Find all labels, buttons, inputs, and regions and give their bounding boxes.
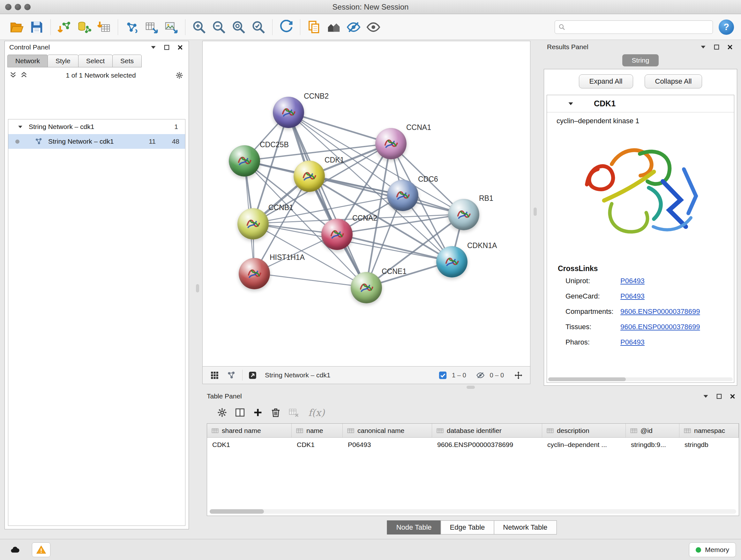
vertical-splitter-handle[interactable] [534, 207, 537, 216]
table-row[interactable]: CDK1CDK1P064939606.ENSP00000378699cyclin… [207, 438, 739, 452]
panel-menu-icon[interactable] [149, 43, 157, 51]
network-node-hist1h1a[interactable] [239, 258, 270, 289]
expand-all-tree-icon[interactable] [21, 71, 28, 79]
search-input[interactable] [568, 21, 710, 33]
results-horizontal-scrollbar[interactable] [548, 377, 733, 381]
network-node-cdc25b[interactable] [229, 145, 260, 177]
hidden-eye-slash-icon[interactable] [475, 369, 487, 381]
panel-menu-icon[interactable] [699, 43, 707, 51]
network-share-icon[interactable] [225, 369, 237, 381]
new-network-button[interactable] [122, 17, 142, 37]
network-canvas[interactable]: CCNB2CCNA1CDC25BCDK1CDC6RB1CCNB1CCNA2CDK… [202, 41, 530, 367]
tab-style[interactable]: Style [48, 55, 78, 67]
export-image-button[interactable] [161, 17, 181, 37]
control-panel-tabs: NetworkStyleSelectSets [5, 53, 189, 67]
delete-table-icon[interactable] [285, 405, 302, 421]
section-collapse-icon[interactable] [568, 102, 574, 106]
network-node-rb1[interactable] [448, 199, 479, 230]
column-header-canonical-name[interactable]: canonical name [343, 424, 432, 437]
show-columns-icon[interactable] [231, 405, 249, 421]
zoom-selected-button[interactable] [249, 17, 268, 37]
table-panel: Table Panel f(x) shared namenamecanonica… [202, 390, 741, 537]
table-horizontal-scrollbar[interactable] [210, 509, 736, 514]
panel-menu-icon[interactable] [701, 392, 710, 400]
tab-network[interactable]: Network [7, 55, 48, 67]
memory-button[interactable]: Memory [689, 543, 736, 557]
network-node-cdc6[interactable] [387, 180, 418, 211]
tab-sets[interactable]: Sets [112, 55, 142, 67]
float-panel-icon[interactable] [715, 392, 723, 400]
network-node-cdkn1a[interactable] [436, 246, 468, 277]
function-builder-button[interactable]: f(x) [308, 407, 325, 418]
network-collection-row[interactable]: String Network – cdk1 1 [8, 119, 185, 134]
network-node-ccna1[interactable] [375, 128, 407, 159]
vertical-splitter-handle[interactable] [196, 284, 199, 293]
cybrowser-button[interactable] [324, 17, 344, 37]
column-header-namespac[interactable]: namespac [679, 424, 739, 437]
network-node-ccne1[interactable] [351, 272, 382, 303]
zoom-in-button[interactable] [189, 17, 209, 37]
network-node-ccnb2[interactable] [273, 97, 304, 128]
float-panel-icon[interactable] [712, 43, 721, 51]
fit-content-crosshair-icon[interactable] [512, 369, 524, 381]
add-column-plus-icon[interactable] [249, 405, 267, 421]
warnings-button[interactable] [32, 543, 51, 557]
horizontal-splitter-handle[interactable] [467, 386, 475, 389]
float-panel-icon[interactable] [162, 43, 171, 51]
network-node-cdk1[interactable] [293, 161, 325, 192]
tab-select[interactable]: Select [78, 55, 113, 67]
selected-checkbox-icon[interactable] [436, 369, 449, 381]
crosslink-link[interactable]: P06493 [620, 292, 645, 300]
close-panel-icon[interactable] [728, 392, 737, 400]
crosslink-link[interactable]: P06493 [620, 277, 645, 285]
birds-eye-view-icon[interactable] [208, 369, 220, 381]
expand-all-button[interactable]: Expand All [579, 74, 633, 88]
import-table-button[interactable] [94, 17, 114, 37]
column-header-database-identifier[interactable]: database identifier [432, 424, 542, 437]
hide-panels-button[interactable] [344, 17, 363, 37]
column-label: @id [641, 427, 653, 435]
gene-name: CDK1 [594, 99, 616, 108]
open-in-new-window-icon[interactable] [246, 369, 259, 381]
tab-node-table[interactable]: Node Table [387, 520, 441, 535]
collapse-all-button[interactable]: Collapse All [645, 74, 702, 88]
cloud-status-button[interactable] [6, 543, 24, 557]
open-session-button[interactable] [7, 17, 27, 37]
network-node-ccna2[interactable] [321, 219, 353, 250]
show-panels-button[interactable] [363, 17, 383, 37]
apply-layout-button[interactable] [276, 17, 296, 37]
tab-edge-table[interactable]: Edge Table [441, 520, 494, 535]
collapse-all-tree-icon[interactable] [10, 71, 17, 79]
scrollbar-thumb[interactable] [548, 377, 626, 381]
close-panel-icon[interactable] [176, 43, 184, 51]
crosslink-link[interactable]: 9606.ENSP00000378699 [620, 307, 700, 316]
table-tabs: Node TableEdge TableNetwork Table [387, 520, 556, 535]
import-network-file-button[interactable] [55, 17, 74, 37]
protein-section-header[interactable]: CDK1 [547, 95, 734, 112]
tab-string[interactable]: String [622, 54, 659, 66]
zoom-out-button[interactable] [209, 17, 229, 37]
column-header-name[interactable]: name [292, 424, 343, 437]
tree-expand-icon[interactable] [18, 125, 23, 129]
save-session-button[interactable] [27, 17, 47, 37]
table-cell: stringdb:9... [626, 441, 679, 449]
gear-icon[interactable] [175, 71, 184, 79]
close-panel-icon[interactable] [726, 43, 734, 51]
column-header-shared-name[interactable]: shared name [207, 424, 292, 437]
help-button[interactable]: ? [719, 19, 734, 35]
network-node-ccnb1[interactable] [238, 208, 269, 240]
crosslink-link[interactable]: P06493 [620, 338, 645, 347]
scrollbar-thumb[interactable] [210, 509, 264, 514]
table-options-gear-icon[interactable] [213, 405, 231, 421]
copy-button[interactable] [304, 17, 324, 37]
import-network-database-button[interactable] [74, 17, 94, 37]
results-panel-title: Results Panel [547, 43, 589, 51]
zoom-fit-button[interactable] [229, 17, 249, 37]
tab-network-table[interactable]: Network Table [494, 520, 556, 535]
crosslink-link[interactable]: 9606.ENSP00000378699 [620, 323, 700, 331]
delete-column-trash-icon[interactable] [267, 405, 285, 421]
clone-network-table-button[interactable] [142, 17, 161, 37]
network-row[interactable]: String Network – cdk1 11 48 [8, 134, 185, 149]
column-header--id[interactable]: @id [626, 424, 679, 437]
column-header-description[interactable]: description [542, 424, 626, 437]
